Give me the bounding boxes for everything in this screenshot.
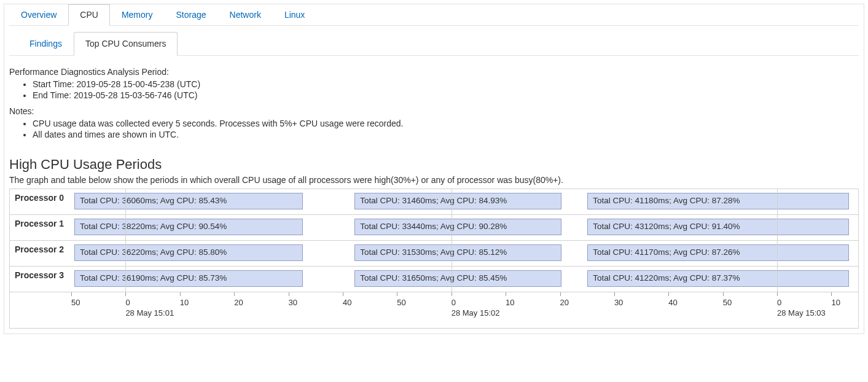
axis-tick: 20 xyxy=(234,292,243,307)
subtab-findings[interactable]: Findings xyxy=(18,32,74,55)
cpu-usage-bar[interactable]: Total CPU: 36190ms; Avg CPU: 85.73% xyxy=(74,270,302,287)
tick-major-label: 28 May 15:01 xyxy=(125,308,174,318)
cpu-usage-bar[interactable]: Total CPU: 31650ms; Avg CPU: 85.45% xyxy=(354,270,561,287)
subtab-top-cpu-consumers[interactable]: Top CPU Consumers xyxy=(74,32,178,56)
axis-tick: 30 xyxy=(289,292,297,307)
cpu-usage-bar[interactable]: Total CPU: 41220ms; Avg CPU: 87.37% xyxy=(587,270,848,287)
cpu-usage-bar[interactable]: Total CPU: 31530ms; Avg CPU: 85.12% xyxy=(354,244,561,261)
axis-spacer xyxy=(10,292,71,328)
tab-network[interactable]: Network xyxy=(218,4,273,25)
axis-ticks: 50028 May 15:011020304050028 May 15:0210… xyxy=(71,292,858,328)
tick-major-label: 28 May 15:03 xyxy=(777,308,826,318)
cpu-usage-gantt-chart: Processor 0Total CPU: 36060ms; Avg CPU: … xyxy=(9,189,859,329)
axis-tick: 40 xyxy=(343,292,351,307)
section-title: High CPU Usage Periods xyxy=(9,157,859,173)
gridline xyxy=(452,189,452,292)
cpu-usage-bar[interactable]: Total CPU: 33440ms; Avg CPU: 90.28% xyxy=(354,219,561,235)
notes-label: Notes: xyxy=(9,106,859,116)
section-description: The graph and table below show the perio… xyxy=(9,175,859,185)
processor-lane: Total CPU: 38220ms; Avg CPU: 90.54%Total… xyxy=(71,215,858,240)
analysis-period-label: Performance Diagnostics Analysis Period: xyxy=(9,67,859,77)
tick-major-label: 28 May 15:02 xyxy=(452,308,500,318)
axis-tick: 20 xyxy=(560,292,569,307)
tick-minor-label: 50 xyxy=(397,298,405,307)
tick-minor-label: 30 xyxy=(614,298,623,307)
notes-list: CPU usage data was collected every 5 sec… xyxy=(9,119,859,139)
tick-minor-label: 50 xyxy=(71,298,80,307)
processor-row: Processor 1Total CPU: 38220ms; Avg CPU: … xyxy=(10,215,858,241)
processor-label: Processor 2 xyxy=(10,241,71,266)
cpu-usage-bar[interactable]: Total CPU: 36220ms; Avg CPU: 85.80% xyxy=(74,244,302,261)
axis-tick: 10 xyxy=(506,292,514,307)
cpu-usage-bar[interactable]: Total CPU: 41180ms; Avg CPU: 87.28% xyxy=(587,193,848,209)
cpu-usage-bar[interactable]: Total CPU: 38220ms; Avg CPU: 90.54% xyxy=(74,219,302,235)
tick-minor-label: 10 xyxy=(180,298,189,307)
processor-lane: Total CPU: 36060ms; Avg CPU: 85.43%Total… xyxy=(71,189,858,214)
cpu-usage-bar[interactable]: Total CPU: 31460ms; Avg CPU: 84.93% xyxy=(354,193,561,209)
page: OverviewCPUMemoryStorageNetworkLinux Fin… xyxy=(4,4,864,334)
axis-tick: 50 xyxy=(397,292,405,307)
tick-minor-label: 10 xyxy=(506,298,514,307)
axis-tick: 028 May 15:01 xyxy=(125,292,174,318)
axis-tick: 30 xyxy=(614,292,623,307)
tab-linux[interactable]: Linux xyxy=(273,4,316,25)
cpu-usage-bar[interactable]: Total CPU: 41170ms; Avg CPU: 87.26% xyxy=(587,244,848,261)
tab-cpu[interactable]: CPU xyxy=(68,4,110,26)
sub-tabbar: FindingsTop CPU Consumers xyxy=(9,32,859,56)
cpu-usage-bar[interactable]: Total CPU: 36060ms; Avg CPU: 85.43% xyxy=(74,193,302,209)
processor-label: Processor 3 xyxy=(10,267,71,292)
time-axis: 50028 May 15:011020304050028 May 15:0210… xyxy=(10,292,858,328)
main-tabbar: OverviewCPUMemoryStorageNetworkLinux xyxy=(9,4,859,26)
tick-minor-label: 0 xyxy=(125,298,174,307)
processor-row: Processor 2Total CPU: 36220ms; Avg CPU: … xyxy=(10,241,858,267)
end-time: End Time: 2019-05-28 15-03-56-746 (UTC) xyxy=(33,90,859,100)
axis-tick: 40 xyxy=(668,292,677,307)
tick-minor-label: 40 xyxy=(668,298,677,307)
axis-tick: 10 xyxy=(180,292,189,307)
processor-label: Processor 1 xyxy=(10,215,71,240)
tick-minor-label: 50 xyxy=(723,298,732,307)
analysis-period-list: Start Time: 2019-05-28 15-00-45-238 (UTC… xyxy=(9,79,859,100)
cpu-usage-bar[interactable]: Total CPU: 43120ms; Avg CPU: 91.40% xyxy=(587,219,848,235)
axis-tick: 10 xyxy=(831,292,840,307)
tick-minor-label: 20 xyxy=(560,298,569,307)
tick-minor-label: 0 xyxy=(777,298,826,307)
content-area: Performance Diagnostics Analysis Period:… xyxy=(9,67,859,329)
gridline xyxy=(125,189,126,292)
processor-lane: Total CPU: 36220ms; Avg CPU: 85.80%Total… xyxy=(71,241,858,266)
start-time: Start Time: 2019-05-28 15-00-45-238 (UTC… xyxy=(33,79,859,89)
tick-minor-label: 30 xyxy=(289,298,297,307)
gridline xyxy=(777,189,778,292)
processor-label: Processor 0 xyxy=(10,189,71,214)
tick-minor-label: 40 xyxy=(343,298,351,307)
axis-tick: 50 xyxy=(723,292,732,307)
tab-storage[interactable]: Storage xyxy=(164,4,217,25)
tick-minor-label: 10 xyxy=(831,298,840,307)
tick-minor-label: 0 xyxy=(452,298,500,307)
note-item: CPU usage data was collected every 5 sec… xyxy=(33,119,859,128)
tab-memory[interactable]: Memory xyxy=(110,4,165,25)
processor-row: Processor 3Total CPU: 36190ms; Avg CPU: … xyxy=(10,267,858,292)
tab-overview[interactable]: Overview xyxy=(9,4,68,25)
tick-minor-label: 20 xyxy=(234,298,243,307)
axis-tick: 50 xyxy=(71,292,80,307)
processor-row: Processor 0Total CPU: 36060ms; Avg CPU: … xyxy=(10,189,858,215)
processor-lane: Total CPU: 36190ms; Avg CPU: 85.73%Total… xyxy=(71,267,858,292)
note-item: All dates and times are shown in UTC. xyxy=(33,130,859,139)
axis-tick: 028 May 15:03 xyxy=(777,292,826,318)
axis-tick: 028 May 15:02 xyxy=(452,292,500,318)
